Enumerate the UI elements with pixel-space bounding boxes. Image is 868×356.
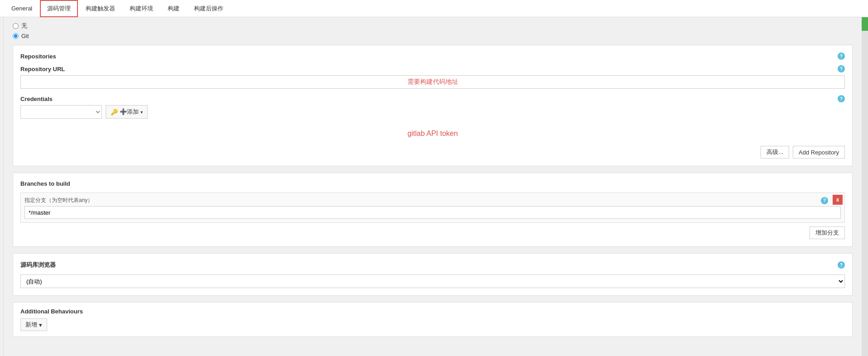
source-browser-title: 源码库浏览器 — [20, 261, 56, 269]
tab-post[interactable]: 构建后操作 — [187, 0, 230, 17]
radio-none[interactable]: 无 — [13, 22, 853, 30]
tab-env[interactable]: 构建环境 — [123, 0, 160, 17]
branch-delete-button[interactable]: x — [833, 195, 843, 205]
top-nav: General 源码管理 构建触发器 构建环境 构建 构建后操作 — [0, 0, 868, 17]
new-behaviour-caret: ▾ — [39, 322, 42, 328]
repo-url-subsection: Repository URL ? 需要构建代码地址 — [20, 65, 845, 89]
repositories-title: Repositories — [20, 53, 56, 60]
credentials-subsection: Credentials ? 🔑 ➕添加 ▾ — [20, 95, 845, 119]
additional-title: Additional Behaviours — [20, 308, 845, 315]
add-credentials-button[interactable]: 🔑 ➕添加 ▾ — [106, 105, 148, 119]
branch-item: x 指定分支（为空时代表any） ? — [20, 192, 845, 223]
repo-url-header: Repository URL ? — [20, 65, 845, 72]
source-browser-select[interactable]: (自动) GitLab GitHub — [20, 274, 845, 288]
credentials-help-icon[interactable]: ? — [838, 95, 845, 102]
right-scrollbar[interactable] — [862, 17, 868, 356]
key-icon: 🔑 — [111, 109, 118, 115]
main-content: 无 Git Repositories ? Repository URL ? — [0, 17, 868, 356]
repo-url-help-icon[interactable]: ? — [838, 65, 845, 72]
additional-section: Additional Behaviours 新增 ▾ — [13, 302, 853, 337]
radio-none-label: 无 — [21, 22, 27, 30]
scrollbar-thumb — [862, 17, 868, 31]
branches-section: Branches to build x 指定分支（为空时代表any） ? 增加分… — [13, 173, 853, 247]
source-browser-section: 源码库浏览器 ? (自动) GitLab GitHub — [13, 253, 853, 296]
tab-build[interactable]: 构建 — [161, 0, 186, 17]
radio-group: 无 Git — [13, 22, 853, 39]
action-buttons-row: 高级... Add Repository — [20, 146, 845, 159]
credentials-label: Credentials — [20, 96, 53, 102]
repositories-header: Repositories ? — [20, 53, 845, 60]
source-browser-help-icon[interactable]: ? — [838, 261, 845, 269]
add-credentials-caret: ▾ — [141, 110, 143, 115]
left-bar — [0, 17, 4, 356]
repo-url-input-wrapper: 需要构建代码地址 — [20, 75, 845, 89]
new-behaviour-label: 新增 — [25, 321, 37, 329]
add-branch-button[interactable]: 增加分支 — [810, 226, 845, 239]
content-area: 无 Git Repositories ? Repository URL ? — [4, 17, 862, 356]
repo-url-input[interactable] — [20, 75, 845, 89]
radio-git-input[interactable] — [13, 33, 19, 39]
tab-source[interactable]: 源码管理 — [40, 0, 78, 17]
add-repository-button[interactable]: Add Repository — [793, 146, 845, 159]
branch-input[interactable] — [24, 206, 841, 219]
radio-none-input[interactable] — [13, 23, 19, 29]
repositories-section: Repositories ? Repository URL ? 需要构建代码地址 — [13, 45, 853, 166]
gitlab-annotation: gitlab API token — [20, 125, 845, 142]
source-browser-header: 源码库浏览器 ? — [20, 261, 845, 269]
branches-header: Branches to build — [20, 180, 845, 187]
advanced-button[interactable]: 高级... — [761, 146, 789, 159]
radio-git[interactable]: Git — [13, 33, 853, 39]
branch-help-icon[interactable]: ? — [821, 197, 828, 204]
page-container: General 源码管理 构建触发器 构建环境 构建 构建后操作 无 Git — [0, 0, 868, 356]
credentials-row: 🔑 ➕添加 ▾ — [20, 105, 845, 119]
repositories-help-icon[interactable]: ? — [838, 53, 845, 60]
new-behaviour-button[interactable]: 新增 ▾ — [20, 318, 47, 331]
credentials-select[interactable] — [20, 105, 102, 119]
branch-label-row: 指定分支（为空时代表any） ? — [24, 197, 841, 204]
tab-general[interactable]: General — [5, 1, 39, 16]
branches-title: Branches to build — [20, 180, 70, 187]
branch-specifier-label: 指定分支（为空时代表any） — [24, 197, 93, 204]
repo-url-label: Repository URL — [20, 66, 65, 72]
add-credentials-label: ➕添加 — [120, 108, 139, 116]
tab-triggers[interactable]: 构建触发器 — [79, 0, 122, 17]
credentials-header: Credentials ? — [20, 95, 845, 102]
radio-git-label: Git — [21, 33, 29, 39]
